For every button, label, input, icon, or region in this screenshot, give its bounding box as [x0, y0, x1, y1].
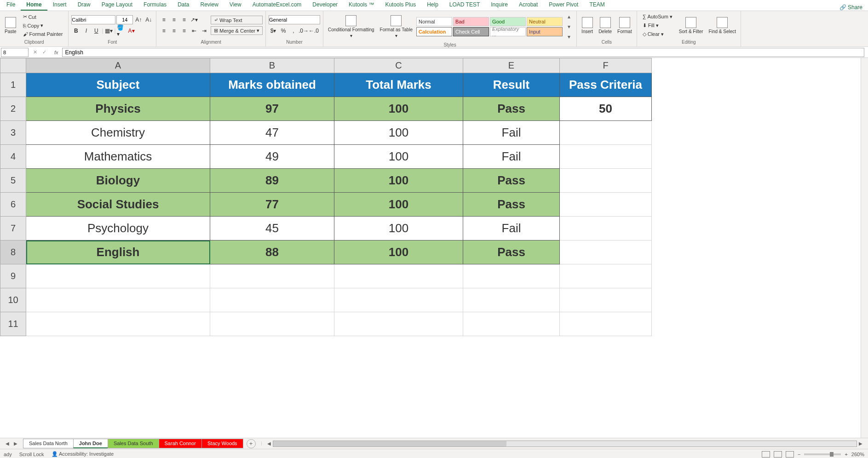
cell-B9[interactable] [210, 264, 334, 288]
hscroll-right-icon[interactable]: ▶ [857, 440, 864, 447]
sheet-tab-sales-data-north[interactable]: Sales Data North [23, 439, 74, 448]
cell-E2[interactable]: Pass [463, 97, 560, 121]
cell-C1[interactable]: Total Marks [334, 73, 463, 97]
cell-B10[interactable] [210, 288, 334, 312]
cell-C2[interactable]: 100 [334, 97, 463, 121]
view-page-layout-icon[interactable] [774, 451, 782, 458]
cell-E8[interactable]: Pass [463, 240, 560, 264]
menu-tab-review[interactable]: Review [195, 0, 224, 11]
hscroll-left-icon[interactable]: ◀ [265, 440, 273, 447]
cell-E10[interactable] [463, 288, 560, 312]
font-color-button[interactable]: A▾ [127, 26, 136, 35]
row-header-9[interactable]: 9 [0, 264, 26, 288]
cell-B5[interactable]: 89 [210, 169, 334, 193]
spreadsheet-grid[interactable]: ABCEF1SubjectMarks obtainedTotal MarksRe… [0, 58, 868, 438]
cell-E9[interactable] [463, 264, 560, 288]
font-size-select[interactable] [116, 15, 133, 24]
row-header-1[interactable]: 1 [0, 73, 26, 97]
cell-F1[interactable]: Pass Criteria [560, 73, 652, 97]
cell-C5[interactable]: 100 [334, 169, 463, 193]
share-button[interactable]: 🔗 Share [839, 4, 862, 11]
column-header-E[interactable]: E [463, 58, 560, 73]
cell-B11[interactable] [210, 312, 334, 336]
delete-cells-button[interactable]: Delete [597, 16, 614, 35]
cell-F3[interactable] [560, 121, 652, 145]
conditional-formatting-button[interactable]: Conditional Formatting▾ [326, 14, 376, 39]
align-bottom-icon[interactable]: ≡ [179, 15, 189, 24]
menu-tab-automateexcel-com[interactable]: AutomateExcel.com [247, 0, 307, 11]
percent-icon[interactable]: % [279, 26, 288, 35]
style-explanatory[interactable]: Explanatory ... [490, 27, 526, 36]
cell-C6[interactable]: 100 [334, 193, 463, 217]
menu-tab-power-pivot[interactable]: Power Pivot [543, 0, 584, 11]
insert-cells-button[interactable]: Insert [580, 16, 595, 35]
sheet-tab-john-doe[interactable]: John Doe [73, 439, 108, 448]
menu-tab-file[interactable]: File [1, 0, 21, 11]
cell-E6[interactable]: Pass [463, 193, 560, 217]
cell-C10[interactable] [334, 288, 463, 312]
decrease-font-icon[interactable]: A↓ [144, 15, 153, 24]
find-select-button[interactable]: Find & Select [707, 16, 738, 35]
increase-decimal-icon[interactable]: .0→ [299, 26, 308, 35]
cell-F10[interactable] [560, 288, 652, 312]
row-header-10[interactable]: 10 [0, 288, 26, 312]
wrap-text-button[interactable]: ⤶ Wrap Text [211, 16, 263, 24]
align-right-icon[interactable]: ≡ [179, 26, 189, 35]
cell-B2[interactable]: 97 [210, 97, 334, 121]
row-header-3[interactable]: 3 [0, 121, 26, 145]
horizontal-scrollbar[interactable]: ⋮ ◀ ▶ [259, 440, 864, 447]
menu-tab-kutools-[interactable]: Kutools ™ [343, 0, 379, 11]
cell-C11[interactable] [334, 312, 463, 336]
sort-filter-button[interactable]: Sort & Filter [677, 16, 705, 35]
menu-tab-insert[interactable]: Insert [47, 0, 72, 11]
style-calculation[interactable]: Calculation [416, 27, 452, 36]
row-header-11[interactable]: 11 [0, 312, 26, 336]
cell-A2[interactable]: Physics [26, 97, 210, 121]
cell-A4[interactable]: Mathematics [26, 145, 210, 169]
column-header-C[interactable]: C [334, 58, 463, 73]
menu-tab-draw[interactable]: Draw [72, 0, 96, 11]
cell-F2[interactable]: 50 [560, 97, 652, 121]
decrease-indent-icon[interactable]: ⇤ [190, 26, 199, 35]
paste-button[interactable]: Paste [3, 16, 18, 35]
cell-E4[interactable]: Fail [463, 145, 560, 169]
cell-C3[interactable]: 100 [334, 121, 463, 145]
name-box[interactable] [1, 48, 29, 57]
cell-F9[interactable] [560, 264, 652, 288]
sheet-tab-sarah-connor[interactable]: Sarah Connor [159, 439, 202, 448]
cell-C8[interactable]: 100 [334, 240, 463, 264]
row-header-6[interactable]: 6 [0, 193, 26, 217]
cell-F7[interactable] [560, 217, 652, 240]
style-bad[interactable]: Bad [453, 17, 489, 26]
cancel-formula-icon[interactable]: ✕ [31, 49, 39, 56]
menu-tab-data[interactable]: Data [172, 0, 195, 11]
currency-icon[interactable]: $▾ [269, 26, 278, 35]
cell-C9[interactable] [334, 264, 463, 288]
number-format-select[interactable] [269, 15, 320, 24]
format-as-table-button[interactable]: Format as Table▾ [378, 14, 415, 39]
decrease-decimal-icon[interactable]: ←.0 [309, 26, 318, 35]
zoom-in-icon[interactable]: + [845, 452, 847, 457]
cell-A7[interactable]: Psychology [26, 217, 210, 240]
cell-E3[interactable]: Fail [463, 121, 560, 145]
cell-A9[interactable] [26, 264, 210, 288]
align-center-icon[interactable]: ≡ [169, 26, 178, 35]
status-accessibility[interactable]: 👤 Accessibility: Investigate [52, 451, 114, 457]
merge-center-button[interactable]: ⊞ Merge & Center ▾ [211, 26, 263, 35]
cell-A8[interactable]: English [26, 240, 210, 264]
sheet-nav-next-icon[interactable]: ▶ [12, 440, 19, 447]
row-header-7[interactable]: 7 [0, 217, 26, 240]
cell-C7[interactable]: 100 [334, 217, 463, 240]
style-input[interactable]: Input [527, 27, 563, 36]
select-all-corner[interactable] [0, 58, 26, 73]
cut-button[interactable]: ✂ Cut [20, 13, 66, 21]
align-middle-icon[interactable]: ≡ [169, 15, 178, 24]
cell-B6[interactable]: 77 [210, 193, 334, 217]
menu-tab-load-test[interactable]: LOAD TEST [444, 0, 485, 11]
cell-E1[interactable]: Result [463, 73, 560, 97]
vertical-scrollbar[interactable] [861, 58, 868, 438]
sheet-nav-prev-icon[interactable]: ◀ [4, 440, 11, 447]
align-left-icon[interactable]: ≡ [159, 26, 168, 35]
cell-C4[interactable]: 100 [334, 145, 463, 169]
cell-B4[interactable]: 49 [210, 145, 334, 169]
